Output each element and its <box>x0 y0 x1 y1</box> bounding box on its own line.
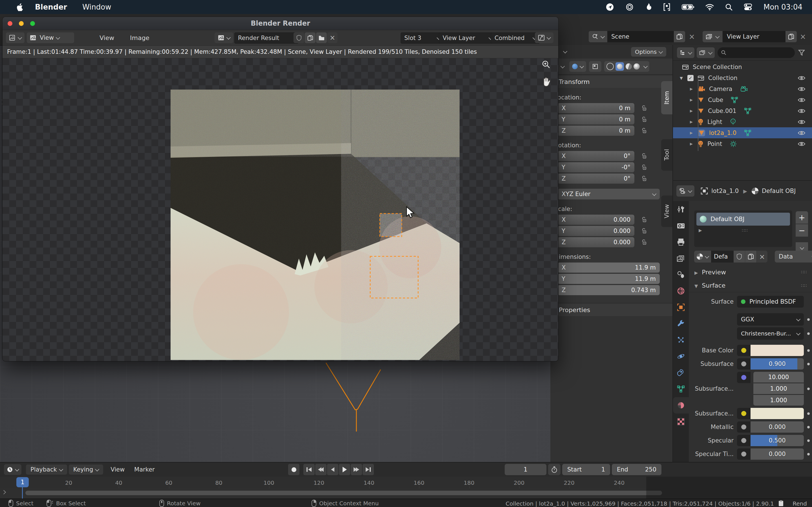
lock-open-icon[interactable] <box>642 164 647 170</box>
play-button[interactable] <box>339 464 350 475</box>
eye-icon[interactable] <box>798 119 805 124</box>
animate-dot-icon[interactable] <box>807 318 810 321</box>
menubar-window-menu[interactable]: Window <box>82 3 111 11</box>
lock-open-icon[interactable] <box>642 153 647 159</box>
material-unlink-button[interactable]: × <box>756 251 767 263</box>
animate-dot-icon[interactable] <box>807 439 810 442</box>
transform-value-field[interactable]: Z0.743 m <box>558 285 660 295</box>
timeline-editor-type-dropdown[interactable] <box>4 464 21 475</box>
rotation-mode-dropdown[interactable]: XYZ Euler <box>558 189 660 200</box>
prev-frame-button[interactable] <box>327 464 338 475</box>
eye-icon[interactable] <box>798 108 805 114</box>
outliner-row[interactable]: ▶Point <box>673 138 812 149</box>
outliner-row[interactable]: ▶Light <box>673 116 812 127</box>
image-datablock-dropdown[interactable] <box>214 33 233 43</box>
flame-icon[interactable] <box>645 3 652 11</box>
clipboard-icon[interactable] <box>663 3 670 11</box>
panel-grip-icon[interactable]: ∷∷ <box>801 283 807 288</box>
collapsed-caret-icon[interactable]: ▶ <box>690 87 693 91</box>
subsurface-method-dropdown[interactable]: Christensen-Bur... <box>737 327 804 340</box>
fake-user-shield-icon[interactable] <box>294 33 304 43</box>
distribution-dropdown[interactable]: GGX <box>737 313 804 326</box>
render-window-titlebar[interactable]: Blender Render <box>3 17 558 30</box>
menubar-app-menu[interactable]: Blender <box>35 3 67 11</box>
transform-value-field[interactable]: Z0.000 <box>558 237 635 247</box>
material-name-input[interactable]: Defa <box>711 251 733 263</box>
scene-name-field[interactable]: Scene <box>607 31 677 42</box>
outliner-item-label[interactable]: lot2a_1.0 <box>709 129 737 136</box>
view-layer-copy-button[interactable] <box>785 31 797 42</box>
properties-tab-physics[interactable] <box>673 348 689 364</box>
end-frame-field[interactable]: End250 <box>612 464 661 475</box>
properties-tab-tool[interactable] <box>673 201 689 217</box>
collection-checkbox[interactable]: ✓ <box>688 75 694 81</box>
properties-tab-world[interactable] <box>673 283 689 299</box>
animate-dot-icon[interactable] <box>807 453 810 455</box>
outliner-item-label[interactable]: Collection <box>708 75 738 81</box>
outliner-item-label[interactable]: Point <box>707 140 722 147</box>
material-slot-active[interactable]: Default OBJ <box>696 213 790 226</box>
eye-icon[interactable] <box>798 142 805 147</box>
node-socket-button[interactable] <box>737 345 751 356</box>
render-window[interactable]: Blender Render View View Image Render Re… <box>3 17 558 361</box>
color-swatch[interactable] <box>751 408 804 419</box>
minimize-window-button[interactable] <box>19 21 24 26</box>
unlink-image-button[interactable]: × <box>327 33 338 43</box>
sidebar-tab-view[interactable]: View <box>661 195 672 227</box>
outliner-row[interactable]: ▶Camera <box>673 83 812 94</box>
lock-open-icon[interactable] <box>642 239 647 245</box>
playhead-frame-tag[interactable]: 1 <box>16 477 29 487</box>
sidebar-tab-item[interactable]: Item <box>661 81 672 114</box>
animate-dot-icon[interactable] <box>807 388 810 390</box>
collapsed-caret-icon[interactable]: ▶ <box>690 131 693 135</box>
editor-type-dropdown[interactable] <box>6 33 24 43</box>
material-shading-icon[interactable] <box>626 63 632 69</box>
jump-to-start-button[interactable] <box>303 464 315 475</box>
properties-tab-object[interactable] <box>673 299 689 316</box>
collapsed-caret-icon[interactable]: ▶ <box>690 98 693 102</box>
node-socket-button[interactable] <box>737 358 751 370</box>
scene-unlink-button[interactable]: × <box>687 31 697 42</box>
keying-menu[interactable]: Keying <box>69 464 103 474</box>
options-dropdown[interactable]: Options <box>631 47 666 57</box>
display-channels-dropdown[interactable] <box>535 33 553 43</box>
animate-dot-icon[interactable] <box>807 412 810 415</box>
transform-value-field[interactable]: Y-0° <box>558 162 635 172</box>
outliner-row[interactable]: ▼✓Collection <box>673 72 812 83</box>
menubar-clock[interactable]: Mon 03:04 <box>763 3 802 11</box>
breadcrumb-object-name[interactable]: lot2a_1.0 <box>711 187 739 194</box>
eye-icon[interactable] <box>798 75 805 80</box>
value-slider[interactable]: 0.900 <box>751 358 804 370</box>
scene-selector-icon[interactable] <box>589 31 607 42</box>
transform-value-field[interactable]: Y0.000 <box>558 226 635 236</box>
outliner-item-label[interactable]: Light <box>707 119 722 125</box>
slot-add-button[interactable]: + <box>796 211 808 224</box>
playback-menu[interactable]: Playback <box>26 464 67 474</box>
slot-grip-icon[interactable]: ∷∷ <box>742 228 748 233</box>
properties-tab-particles[interactable] <box>673 332 689 348</box>
use-preview-range-stopwatch-icon[interactable] <box>548 464 560 475</box>
vector-value-field[interactable]: 1.000 <box>753 395 804 406</box>
timeline-scrollbar[interactable] <box>26 491 662 495</box>
slot-remove-button[interactable]: − <box>796 224 808 237</box>
shading-mode-group[interactable] <box>604 61 649 72</box>
transform-value-field[interactable]: X0° <box>558 151 635 161</box>
current-frame-field[interactable]: 1 <box>505 464 546 475</box>
outliner-item-label[interactable]: Camera <box>709 86 732 93</box>
tool-header-chevron-icon[interactable] <box>560 64 565 68</box>
properties-tab-modifiers[interactable] <box>673 316 689 332</box>
outliner-filter-id-dropdown[interactable] <box>697 47 715 58</box>
slot-expand-icon[interactable]: ▶ <box>699 228 702 233</box>
transform-value-field[interactable]: Y0 m <box>558 114 635 124</box>
collapse-arrow-icon[interactable] <box>2 491 5 494</box>
outliner-item-label[interactable]: Cube.001 <box>708 108 737 114</box>
location-arrow-icon[interactable] <box>606 3 614 11</box>
node-socket-button[interactable] <box>737 448 751 460</box>
scene-copy-button[interactable] <box>674 31 685 42</box>
properties-tab-view-layer[interactable] <box>673 250 689 267</box>
render-layer-dropdown[interactable]: View Layer <box>439 33 496 44</box>
solid-shading-icon[interactable] <box>615 62 624 71</box>
outliner-search-input[interactable] <box>718 47 795 58</box>
properties-tab-output[interactable] <box>673 234 689 250</box>
color-swatch[interactable] <box>751 345 804 356</box>
